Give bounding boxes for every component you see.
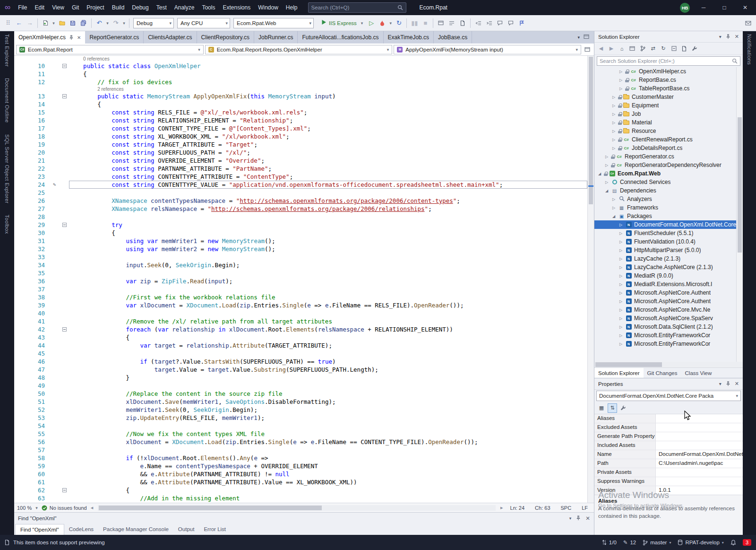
code-line-41[interactable]: 41 //Remove the /xl/ relative path from … <box>14 317 587 325</box>
tree-vertical-scrollbar[interactable] <box>736 67 743 362</box>
code-line-11[interactable]: 11 { <box>14 70 587 78</box>
menu-file[interactable]: File <box>14 0 31 15</box>
pin-icon[interactable] <box>576 515 581 521</box>
code-line-36[interactable]: 36 var zip = ZipFile.Read(input); <box>14 277 587 285</box>
code-line-27[interactable]: 27 XNamespace relsNamespace = "http://sc… <box>14 205 587 213</box>
code-line-28[interactable]: 28 <box>14 213 587 221</box>
hot-reload-dropdown-icon[interactable]: ▾ <box>388 17 393 29</box>
editor-tab-openxmlhelper-cs[interactable]: OpenXmlHelper.cs✕ <box>14 31 85 44</box>
tree-item-frameworks[interactable]: ▷▦Frameworks <box>594 203 736 212</box>
new-project-icon[interactable] <box>40 17 51 29</box>
chevron-collapsed-icon[interactable]: ▷ <box>605 155 611 159</box>
property-row-private-assets[interactable]: Private Assets <box>594 468 743 477</box>
window-menu-icon[interactable]: ▾ <box>569 516 572 521</box>
chevron-collapsed-icon[interactable]: ▷ <box>619 87 625 91</box>
solution-search-input[interactable]: Search Solution Explorer (Ctrl+;) <box>597 56 740 66</box>
property-value[interactable] <box>656 432 743 441</box>
code-line-13[interactable]: 13 public static MemoryStream ApplyOpenX… <box>14 92 587 100</box>
bottom-tab-output[interactable]: Output <box>173 524 199 535</box>
code-line-60[interactable]: 60 && e.Attribute(PARTNAME_ATTRIBUTE) !=… <box>14 470 587 478</box>
property-row-included-assets[interactable]: Included Assets <box>594 441 743 450</box>
chevron-collapsed-icon[interactable]: ▷ <box>612 121 618 125</box>
code-line-53[interactable]: 53 zip.UpdateEntry(RELS_FILE, memWriter1… <box>14 414 587 422</box>
repository-picker-button[interactable]: RPAT-develop ▾ <box>678 540 723 545</box>
bell-icon[interactable] <box>730 540 736 546</box>
categorized-icon[interactable]: ▦ <box>597 403 606 413</box>
line-ending-mode[interactable]: LF <box>578 505 591 511</box>
tree-item-fluentvalidation-10-0-4[interactable]: ▷NFluentValidation (10.0.4) <box>594 237 736 246</box>
code-line-14[interactable]: 14 { <box>14 100 587 108</box>
redo-dropdown-icon[interactable]: ▾ <box>121 17 127 29</box>
se-pending-changes-filter-icon[interactable] <box>638 44 647 53</box>
toolbar-drag-handle-icon[interactable]: ⠿ <box>3 17 13 29</box>
fold-collapse-icon[interactable] <box>60 486 69 494</box>
chevron-collapsed-icon[interactable]: ▷ <box>612 104 618 108</box>
indent-icon[interactable] <box>484 17 494 29</box>
chevron-collapsed-icon[interactable]: ▷ <box>619 308 625 312</box>
code-line-20[interactable]: 20 const string SUPERFLUOUS_PATH = "/xl/… <box>14 148 587 157</box>
window-menu-icon[interactable]: ▾ <box>719 34 722 39</box>
property-row-version[interactable]: Version1.0.1 <box>594 486 743 495</box>
editor-tab-exaktimejob-cs[interactable]: ExakTimeJob.cs <box>384 31 434 44</box>
tree-item-customermaster[interactable]: ▷CustomerMaster <box>594 93 736 101</box>
branch-picker-button[interactable]: master ▾ <box>643 540 671 546</box>
editor-tab-clientsadapter-cs[interactable]: ClientsAdapter.cs <box>144 31 197 44</box>
property-row-name[interactable]: NameDocumentFormat.OpenXml.DotNet.Core <box>594 450 743 459</box>
menu-help[interactable]: Help <box>282 0 301 15</box>
close-icon[interactable]: ✕ <box>735 34 739 40</box>
editor-tab-jobrunner-cs[interactable]: JobRunner.cs <box>254 31 298 44</box>
code-line-25[interactable]: 25 <box>14 189 587 197</box>
comment-icon[interactable] <box>495 17 505 29</box>
new-project-dropdown-icon[interactable]: ▾ <box>51 17 56 29</box>
chevron-collapsed-icon[interactable]: ▷ <box>619 248 625 253</box>
code-line-17[interactable]: 17 const string CONTENT_TYPE_FILE = @"[C… <box>14 124 587 132</box>
code-line-55[interactable]: 55 //Now we fix the content types XML fi… <box>14 430 587 438</box>
code-line-12[interactable]: 12 // fix of ios devices <box>14 78 587 86</box>
tree-item-tablereportbase-cs[interactable]: ▷C#TableReportBase.cs <box>594 84 736 93</box>
panel-tab-toolbox[interactable]: Toolbox <box>4 215 10 234</box>
se-sync-with-active-document-icon[interactable]: ⇄ <box>648 44 658 53</box>
restart-application-icon[interactable]: ↻ <box>394 17 404 29</box>
code-line-45[interactable]: 45 <box>14 349 587 358</box>
code-line-18[interactable]: 18 const string XL_WORKBOOK_XML = "/xl/w… <box>14 132 587 140</box>
code-line-22[interactable]: 22 const string PARTNAME_ATTRIBUTE = "Pa… <box>14 165 587 173</box>
chevron-collapsed-icon[interactable]: ▷ <box>619 291 625 295</box>
menu-view[interactable]: View <box>48 0 68 15</box>
panel-tab-class-view[interactable]: Class View <box>681 368 716 378</box>
code-line-16[interactable]: 16 const string RELATIONSHIP_ELEMENT = "… <box>14 116 587 124</box>
code-line-31[interactable]: 31 using var memWriter1 = new MemoryStre… <box>14 237 587 245</box>
chevron-collapsed-icon[interactable]: ▷ <box>612 112 618 116</box>
tree-item-resource[interactable]: ▷Resource <box>594 127 736 135</box>
undo-icon[interactable]: ↶ <box>94 17 104 29</box>
code-line-59[interactable]: 59 e.Name == contentTypesNamespace + OVE… <box>14 462 587 470</box>
tree-item-packages[interactable]: ◢▣Packages <box>594 212 736 220</box>
break-all-icon[interactable]: ▮▮ <box>409 17 420 29</box>
close-icon[interactable]: ✕ <box>735 381 739 387</box>
menu-debug[interactable]: Debug <box>128 0 152 15</box>
chevron-collapsed-icon[interactable]: ▷ <box>619 299 625 304</box>
start-debugging-button[interactable]: IIS Express▾ <box>318 17 366 29</box>
selected-object-dropdown[interactable]: DocumentFormat.OpenXml.DotNet.Core Packa… <box>596 391 741 401</box>
chevron-collapsed-icon[interactable]: ▷ <box>612 146 618 150</box>
save-all-icon[interactable] <box>78 17 89 29</box>
solution-platforms-dropdown[interactable]: Any CPU▾ <box>177 18 230 28</box>
tree-item-mediatr-9-0-0[interactable]: ▷NMediatR (9.0.0) <box>594 271 736 280</box>
uncomment-icon[interactable] <box>506 17 516 29</box>
navigate-forward-icon[interactable]: → <box>25 17 35 29</box>
code-line-58[interactable]: 58 if (!xlDocument.Root.Elements().Any(e… <box>14 454 587 462</box>
se-back-icon[interactable]: ◀ <box>596 44 606 53</box>
chevron-expanded-icon[interactable]: ◢ <box>598 172 604 176</box>
bottom-tab-package-manager-console[interactable]: Package Manager Console <box>98 524 173 535</box>
undo-dropdown-icon[interactable]: ▾ <box>105 17 110 29</box>
property-value[interactable] <box>656 441 743 450</box>
se-refresh-icon[interactable]: ↻ <box>659 44 668 53</box>
fold-collapse-icon[interactable] <box>60 221 69 229</box>
property-row-suppress-warnings[interactable]: Suppress Warnings <box>594 477 743 486</box>
property-value[interactable] <box>656 477 743 486</box>
indentation-mode[interactable]: SPC <box>558 505 575 511</box>
scroll-right-icon[interactable]: ▸ <box>500 505 503 511</box>
property-pages-icon[interactable] <box>619 403 628 413</box>
property-row-excluded-assets[interactable]: Excluded Assets <box>594 423 743 432</box>
code-line-35[interactable]: 35 <box>14 269 587 277</box>
code-line-54[interactable]: 54 <box>14 422 587 430</box>
